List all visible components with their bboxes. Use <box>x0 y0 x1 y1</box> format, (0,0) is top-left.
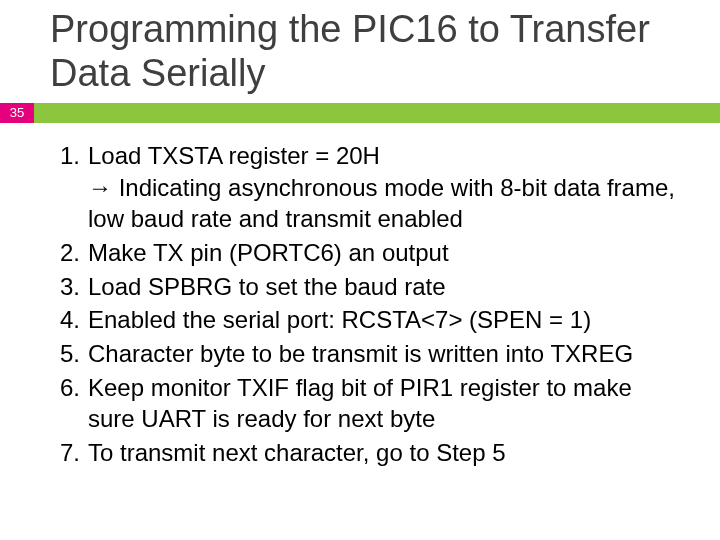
slide-title: Programming the PIC16 to Transfer Data S… <box>50 8 720 95</box>
step-text: To transmit next character, go to Step 5 <box>88 439 506 466</box>
accent-bar <box>34 103 720 123</box>
list-item: Enabled the serial port: RCSTA<7> (SPEN … <box>48 304 678 336</box>
step-text: Load SPBRG to set the baud rate <box>88 273 446 300</box>
step-text: Make TX pin (PORTC6) an output <box>88 239 449 266</box>
step-text: Enabled the serial port: RCSTA<7> (SPEN … <box>88 306 591 333</box>
page-number-badge: 35 <box>0 103 34 123</box>
step-sub-content: → Indicating asynchronous mode with 8-bi… <box>88 174 675 233</box>
step-text: Load TXSTA register = 20H <box>88 142 380 169</box>
step-text: Character byte to be transmit is written… <box>88 340 633 367</box>
slide-body: Load TXSTA register = 20H → Indicating a… <box>48 140 678 471</box>
list-item: Make TX pin (PORTC6) an output <box>48 237 678 269</box>
list-item: Character byte to be transmit is written… <box>48 338 678 370</box>
steps-list: Load TXSTA register = 20H → Indicating a… <box>48 140 678 469</box>
step-text: Keep monitor TXIF flag bit of PIR1 regis… <box>88 374 632 433</box>
list-item: Keep monitor TXIF flag bit of PIR1 regis… <box>48 372 678 435</box>
slide: Programming the PIC16 to Transfer Data S… <box>0 0 720 540</box>
list-item: Load SPBRG to set the baud rate <box>48 271 678 303</box>
list-item: To transmit next character, go to Step 5 <box>48 437 678 469</box>
list-item: Load TXSTA register = 20H → Indicating a… <box>48 140 678 235</box>
step-subtext: → Indicating asynchronous mode with 8-bi… <box>88 172 678 235</box>
